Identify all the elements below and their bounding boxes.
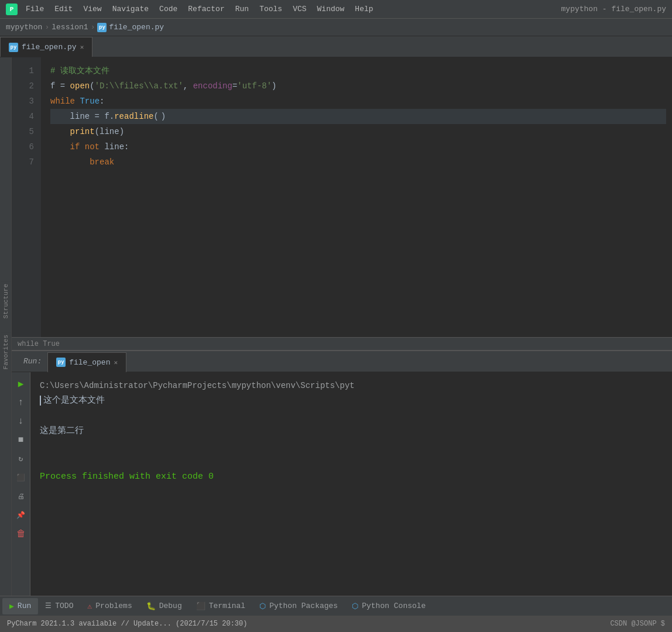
code-line-2: f = open('D:\\files\\a.txt', encoding='u… xyxy=(50,78,666,94)
structure-label[interactable]: Structure xyxy=(1,281,11,321)
code-line-5: print(line) xyxy=(50,124,666,139)
run-tab-file-open[interactable]: py file_open ✕ xyxy=(47,352,126,372)
terminal-icon: ⬛ xyxy=(196,602,205,611)
breadcrumb-project[interactable]: mypython xyxy=(6,23,42,32)
run-output-path: C:\Users\Administrator\PycharmProjects\m… xyxy=(40,378,663,393)
menu-bar: File Edit View Navigate Code Refactor Ru… xyxy=(21,4,378,15)
kw-while: while xyxy=(50,94,75,109)
run-triangle-icon: ▶ xyxy=(9,602,14,611)
code-line-1: # 读取文本文件 xyxy=(50,63,666,78)
fn-open: open xyxy=(70,78,90,94)
breadcrumb-folder[interactable]: lession1 xyxy=(52,23,88,32)
status-bar: PyCharm 2021.1.3 available // Update... … xyxy=(0,616,672,632)
code-line-7: break xyxy=(50,154,666,170)
line-num-3: 3 xyxy=(12,94,34,109)
line-num-4: 4 xyxy=(12,109,34,124)
run-pin-btn[interactable]: 📌 xyxy=(14,508,28,522)
comment-1: # 读取文本文件 xyxy=(50,63,109,78)
debug-btn[interactable]: 🐛 Debug xyxy=(139,597,189,616)
run-output-line3: 这是第二行 xyxy=(40,424,663,439)
run-tab-py-icon: py xyxy=(56,358,66,367)
var-f: f = xyxy=(50,78,70,94)
code-line-6: if not line: xyxy=(50,139,666,154)
run-delete-btn[interactable]: 🗑 xyxy=(14,527,28,541)
breadcrumb-filename: file_open.py xyxy=(109,23,164,32)
editor-with-sidebars: Structure Favorites 1 2 3 4 5 6 7 xyxy=(0,57,672,596)
menu-vcs[interactable]: VCS xyxy=(288,4,311,15)
titlebar: P File Edit View Navigate Code Refactor … xyxy=(0,0,672,19)
editor-and-run: py file_open.py ✕ Structure Favorites 1 … xyxy=(0,36,672,596)
code-line-4: line = f.readline() xyxy=(50,109,666,124)
editor-status-text: while True xyxy=(18,340,60,348)
run-down-btn[interactable]: ↓ xyxy=(14,414,28,428)
run-output-process: Process finished with exit code 0 xyxy=(40,469,663,485)
menu-refactor[interactable]: Refactor xyxy=(183,4,229,15)
status-left: PyCharm 2021.1.3 available // Update... … xyxy=(7,620,247,628)
menu-help[interactable]: Help xyxy=(350,4,378,15)
run-up-btn[interactable]: ↑ xyxy=(14,396,28,410)
todo-label: TODO xyxy=(55,602,73,610)
line-numbers: 1 2 3 4 5 6 7 xyxy=(12,57,41,337)
menu-tools[interactable]: Tools xyxy=(255,4,287,15)
todo-icon: ☰ xyxy=(45,602,52,610)
debug-label: Debug xyxy=(159,602,182,610)
menu-edit[interactable]: Edit xyxy=(50,4,77,15)
line-num-6: 6 xyxy=(12,139,34,154)
run-output-line1: 这个是文本文件 xyxy=(40,393,663,408)
run-sort-btn[interactable]: ⬛ xyxy=(14,470,28,485)
problems-label: Problems xyxy=(95,602,132,610)
breadcrumb-sep2: › xyxy=(91,23,95,32)
run-tab-close[interactable]: ✕ xyxy=(114,359,118,366)
run-bottom-label: Run xyxy=(18,602,31,610)
python-console-label: Python Console xyxy=(362,602,426,610)
left-sidebar: Structure Favorites xyxy=(0,57,12,596)
window-title: mypython - file_open.py xyxy=(561,5,666,13)
app-window: P File Edit View Navigate Code Refactor … xyxy=(0,0,672,632)
menu-run[interactable]: Run xyxy=(231,4,253,15)
menu-navigate[interactable]: Navigate xyxy=(108,4,153,15)
code-editor[interactable]: 1 2 3 4 5 6 7 # 读取文本文件 xyxy=(12,57,672,337)
python-packages-btn[interactable]: ⬡ Python Packages xyxy=(252,597,345,616)
tab-close-btn[interactable]: ✕ xyxy=(80,43,84,51)
python-packages-label: Python Packages xyxy=(269,602,338,610)
terminal-btn[interactable]: ⬛ Terminal xyxy=(189,597,252,616)
run-tab-bar: Run: py file_open ✕ xyxy=(12,351,672,372)
run-stop-btn[interactable]: ■ xyxy=(14,433,28,447)
run-panel-body: ▶ ↑ ↓ ■ ↻ ⬛ 🖨 📌 🗑 C:\Users\Admi xyxy=(12,372,672,596)
bottom-toolbar: ▶ Run ☰ TODO ⚠ Problems 🐛 Debug ⬛ Termin… xyxy=(0,596,672,616)
run-print-btn[interactable]: 🖨 xyxy=(14,489,28,503)
run-output: C:\Users\Administrator\PycharmProjects\m… xyxy=(30,372,672,596)
python-console-icon: ⬡ xyxy=(352,602,358,611)
line-num-1: 1 xyxy=(12,63,34,78)
menu-file[interactable]: File xyxy=(21,4,49,15)
run-output-line2 xyxy=(40,408,663,424)
code-content[interactable]: # 读取文本文件 f = open('D:\\files\\a.txt', en… xyxy=(41,57,672,337)
kw-true: True xyxy=(80,94,100,109)
menu-window[interactable]: Window xyxy=(313,4,349,15)
terminal-label: Terminal xyxy=(209,602,245,610)
run-panel: Run: py file_open ✕ ▶ ↑ ↓ ■ xyxy=(12,350,672,596)
run-bottom-btn[interactable]: ▶ Run xyxy=(2,598,38,614)
run-play-btn[interactable]: ▶ xyxy=(14,377,28,391)
python-packages-icon: ⬡ xyxy=(259,602,266,611)
run-output-line5 xyxy=(40,454,663,469)
menu-view[interactable]: View xyxy=(78,4,106,15)
menu-code[interactable]: Code xyxy=(155,4,182,15)
line-num-7: 7 xyxy=(12,154,34,170)
todo-btn[interactable]: ☰ TODO xyxy=(38,597,80,616)
line-num-2: 2 xyxy=(12,78,34,94)
run-rerun-btn[interactable]: ↻ xyxy=(14,452,28,466)
py-file-icon: py xyxy=(97,23,107,32)
problems-icon: ⚠ xyxy=(87,602,92,611)
breadcrumb: mypython › lession1 › py file_open.py xyxy=(0,19,672,36)
run-tab-label: file_open xyxy=(69,358,110,367)
code-line-3: while True: xyxy=(50,94,666,109)
favorites-label[interactable]: Favorites xyxy=(1,332,11,372)
tab-file-open[interactable]: py file_open.py ✕ xyxy=(0,37,92,57)
run-output-line4 xyxy=(40,439,663,454)
breadcrumb-file[interactable]: py file_open.py xyxy=(97,23,164,32)
editor-section: 1 2 3 4 5 6 7 # 读取文本文件 xyxy=(12,57,672,596)
python-console-btn[interactable]: ⬡ Python Console xyxy=(345,597,433,616)
problems-btn[interactable]: ⚠ Problems xyxy=(80,597,139,616)
editor-status: while True xyxy=(12,337,672,350)
